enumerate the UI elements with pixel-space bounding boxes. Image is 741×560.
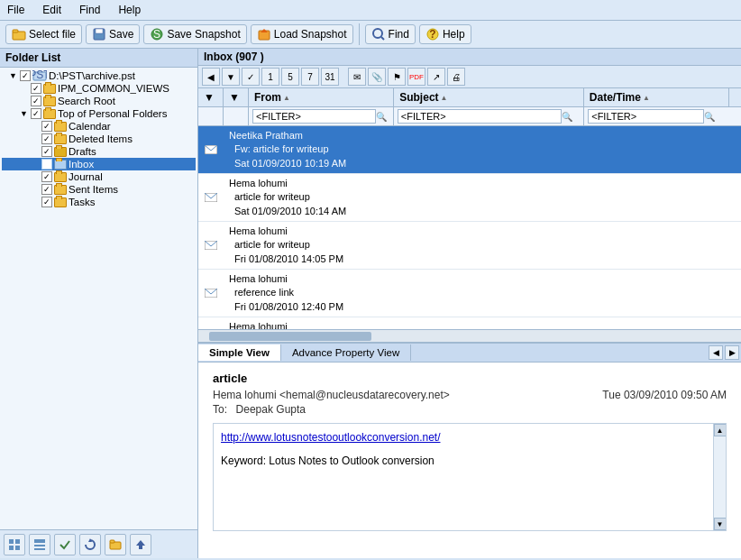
menu-find[interactable]: Find	[76, 2, 104, 18]
menu-edit[interactable]: Edit	[39, 2, 65, 18]
bottom-btn-refresh[interactable]	[79, 534, 101, 555]
folder-label-calendar: Calendar	[69, 121, 111, 132]
menu-file[interactable]: File	[4, 2, 28, 18]
email-row-icon	[198, 175, 224, 220]
menu-help[interactable]: Help	[114, 2, 144, 18]
col-sort-subject: ▲	[441, 94, 448, 102]
save-snapshot-button[interactable]: S Save Snapshot	[143, 24, 246, 44]
svg-rect-1	[13, 30, 18, 32]
bottom-btn-layout[interactable]	[29, 534, 50, 555]
email-tool-num7[interactable]: 7	[301, 68, 319, 86]
folder-item-inbox[interactable]: ✓ Inbox	[2, 158, 196, 170]
folder-label-drafts: Drafts	[69, 146, 96, 157]
filter-subject-input[interactable]	[398, 109, 562, 124]
checkbox-journal[interactable]: ✓	[41, 171, 52, 182]
save-button[interactable]: Save	[86, 24, 140, 44]
refresh-icon	[84, 538, 96, 551]
email-tool-num1[interactable]: 1	[261, 68, 279, 86]
checkbox-inbox[interactable]: ✓	[41, 159, 52, 170]
folder-label-tasks: Tasks	[69, 197, 95, 207]
expand-arrow-pst[interactable]: ▼	[9, 71, 18, 80]
email-tool-print[interactable]: 🖨	[447, 68, 465, 86]
expand-arrow-top[interactable]: ▼	[20, 109, 29, 118]
checkbox-deleted[interactable]: ✓	[41, 133, 52, 144]
checkbox-tasks[interactable]: ✓	[41, 197, 52, 207]
tab-nav-next[interactable]: ▶	[725, 345, 739, 360]
filter-subject-search[interactable]: 🔍	[562, 112, 572, 122]
email-tool-export[interactable]: ↗	[427, 68, 445, 86]
svg-point-8	[373, 29, 382, 38]
folder-item-sent[interactable]: ✓ Sent Items	[2, 183, 196, 196]
email-row[interactable]: Hema lohumi article for writeup Fri 01/0…	[198, 222, 741, 270]
svg-text:S: S	[153, 28, 160, 41]
bottom-btn-grid[interactable]	[4, 534, 25, 555]
email-tool-num5[interactable]: 5	[281, 68, 299, 86]
filter-subject-cell: 🔍	[394, 107, 584, 125]
folder-item-drafts[interactable]: ✓ Drafts	[2, 145, 196, 158]
column-headers: ▼ ▼ From ▲ Subject ▲ Date/Time ▲	[198, 88, 741, 107]
checkbox-drafts[interactable]: ✓	[41, 146, 52, 157]
email-tool-pdf[interactable]: PDF	[407, 68, 425, 86]
folder-tree: ▼ ✓ PST D:\PST\archive.pst ✓ IPM_COMMON_…	[0, 68, 197, 529]
email-row[interactable]: Hema lohumi article for writeup Fri 01/0…	[198, 317, 741, 329]
email-tool-num31[interactable]: 31	[321, 68, 339, 86]
scroll-up-btn[interactable]: ▲	[714, 424, 727, 436]
scroll-down-btn[interactable]: ▼	[714, 518, 727, 530]
checkbox-sent[interactable]: ✓	[41, 184, 52, 195]
bottom-btn-folder[interactable]	[105, 534, 126, 555]
folder-item-calendar[interactable]: ✓ Calendar	[2, 120, 196, 133]
filter-datetime-search[interactable]: 🔍	[704, 112, 715, 122]
tab-simple-view[interactable]: Simple View	[198, 344, 281, 361]
folder-item-tasks[interactable]: ✓ Tasks	[2, 196, 196, 208]
email-tool-check1[interactable]: ✓	[242, 68, 260, 86]
email-icon	[205, 145, 217, 154]
email-from: Hema lohumi article for writeup Fri 01/0…	[224, 223, 741, 268]
filter-from-search[interactable]: 🔍	[376, 112, 387, 122]
select-file-button[interactable]: Select file	[5, 24, 82, 44]
checkbox-pst[interactable]: ✓	[20, 70, 31, 81]
help-button[interactable]: ? Help	[419, 24, 471, 44]
bottom-btn-up[interactable]	[130, 534, 151, 555]
folder-icon-tasks	[54, 197, 67, 207]
checkbox-top[interactable]: ✓	[31, 108, 41, 119]
folder-item-deleted[interactable]: ✓ Deleted Items	[2, 133, 196, 145]
email-tool-attach[interactable]: 📎	[368, 68, 386, 86]
email-row[interactable]: Hema lohumi article for writeup Sat 01/0…	[198, 174, 741, 222]
folder-item-top[interactable]: ▼ ✓ Top of Personal Folders	[2, 107, 196, 120]
preview-content: article Hema lohumi <hemal@nucleusdatare…	[198, 363, 741, 558]
email-from: Neetika Pratham Fw: article for writeup …	[224, 127, 741, 172]
col-header-datetime[interactable]: Date/Time ▲	[584, 88, 728, 106]
email-tool-flag[interactable]: ⚑	[388, 68, 406, 86]
folder-item-pst[interactable]: ▼ ✓ PST D:\PST\archive.pst	[2, 69, 196, 82]
folder-item-ipm[interactable]: ✓ IPM_COMMON_VIEWS	[2, 82, 196, 95]
find-button[interactable]: Find	[365, 24, 416, 44]
hscroll-thumb[interactable]	[209, 332, 371, 341]
email-tool-down[interactable]: ▼	[222, 68, 240, 86]
col-header-arrow1[interactable]: ▼	[224, 88, 249, 106]
tab-advance-view[interactable]: Advance Property View	[281, 344, 411, 361]
col-header-from[interactable]: From ▲	[249, 88, 394, 106]
filter-from-input[interactable]	[252, 109, 376, 124]
folder-item-journal[interactable]: ✓ Journal	[2, 170, 196, 183]
email-tool-back[interactable]: ◀	[202, 68, 220, 86]
horizontal-scrollbar[interactable]	[198, 329, 741, 342]
email-row[interactable]: Hema lohumi reference link Fri 01/08/201…	[198, 270, 741, 317]
checkbox-calendar[interactable]: ✓	[41, 121, 52, 132]
tab-nav-prev[interactable]: ◀	[709, 345, 723, 360]
scrollbar-top[interactable]	[728, 88, 741, 106]
email-tool-msg[interactable]: ✉	[348, 68, 366, 86]
svg-text:?: ?	[429, 28, 435, 41]
checkbox-search[interactable]: ✓	[31, 96, 41, 106]
folder-icon-calendar	[54, 122, 67, 132]
inbox-header-bar: Inbox (907 )	[198, 49, 741, 66]
email-row[interactable]: Neetika Pratham Fw: article for writeup …	[198, 126, 741, 174]
preview-link[interactable]: http://www.lotusnotestooutlookconversion…	[221, 431, 440, 444]
load-snapshot-button[interactable]: Load Snapshot	[251, 24, 353, 44]
col-header-subject[interactable]: Subject ▲	[394, 88, 584, 106]
bottom-btn-check[interactable]	[54, 534, 76, 555]
filter-datetime-input[interactable]	[588, 109, 704, 124]
folder-item-search[interactable]: ✓ Search Root	[2, 95, 196, 107]
col-header-icon[interactable]: ▼	[198, 88, 224, 106]
checkbox-ipm[interactable]: ✓	[31, 83, 41, 94]
col-sort-datetime: ▲	[643, 94, 650, 102]
